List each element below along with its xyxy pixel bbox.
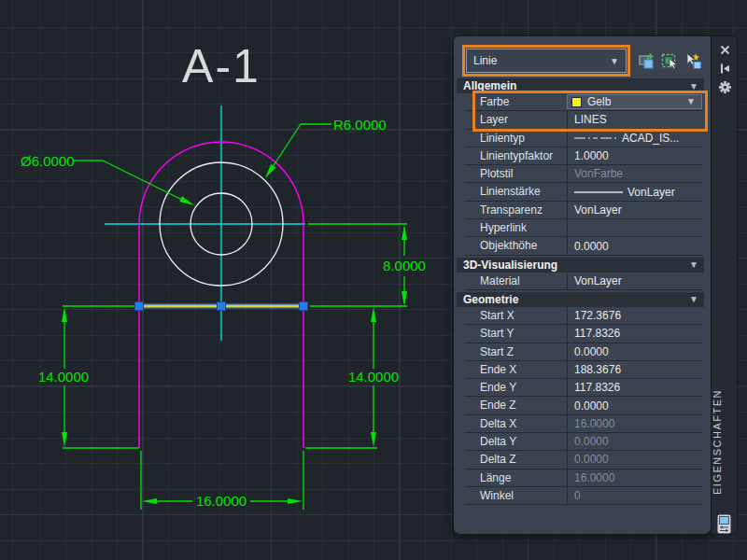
close-button[interactable] (712, 40, 738, 59)
chevron-down-icon[interactable]: ▼ (689, 259, 698, 270)
quick-select-button[interactable] (684, 52, 702, 70)
property-row-hyperlink[interactable]: Hyperlink (465, 219, 703, 237)
property-label: Ende X (465, 361, 567, 378)
property-value-text: VonLayer (574, 273, 622, 289)
property-label: Winkel (465, 487, 567, 504)
property-label: Delta X (465, 415, 567, 432)
property-value-text: 0.0000 (574, 343, 609, 360)
toggle-pickadd-button[interactable] (638, 52, 655, 70)
properties-palette-icon[interactable] (717, 514, 731, 538)
property-value-text: 0 (574, 487, 581, 504)
select-objects-icon (661, 52, 679, 70)
object-type-dropdown[interactable]: Linie ▼ (466, 49, 627, 73)
property-row-ende-x[interactable]: Ende X188.3676 (465, 361, 703, 379)
property-row-linientypfaktor[interactable]: Linientypfaktor1.0000 (465, 147, 703, 165)
property-value[interactable] (567, 219, 703, 236)
property-value[interactable]: 0 (567, 487, 703, 504)
grip-mid[interactable] (218, 302, 226, 311)
property-row-ende-y[interactable]: Ende Y117.8326 (465, 379, 703, 397)
property-value[interactable]: 0.0000 (567, 451, 703, 468)
property-label: Linienstärke (465, 183, 567, 200)
property-row-material[interactable]: MaterialVonLayer (465, 273, 703, 290)
property-row-delta-y[interactable]: Delta Y0.0000 (465, 433, 703, 451)
property-value[interactable]: Gelb▼ (567, 94, 702, 109)
color-swatch-yellow (571, 97, 582, 107)
property-row-transparenz[interactable]: TransparenzVonLayer (465, 202, 703, 219)
property-label: Objekthöhe (465, 237, 567, 254)
property-value[interactable]: 117.8326 (567, 379, 703, 396)
grip-end[interactable] (300, 302, 308, 311)
property-value[interactable]: VonFarbe (567, 165, 703, 182)
property-value-text: 0.0000 (574, 238, 609, 255)
property-value-text: VonFarbe (574, 165, 623, 182)
property-row-plotstil[interactable]: PlotstilVonFarbe (465, 165, 703, 183)
property-value[interactable]: 117.8326 (567, 325, 703, 342)
property-row-winkel[interactable]: Winkel0 (465, 487, 703, 505)
property-value[interactable]: 0.0000 (567, 397, 703, 413)
quick-select-icon (684, 52, 702, 70)
autocad-drawing-area[interactable]: A-1 (0, 0, 747, 560)
property-row-linienst-rke[interactable]: LinienstärkeVonLayer (465, 183, 703, 201)
property-label: Ende Y (465, 379, 567, 396)
dim-width-label[interactable]: 16.0000 (196, 493, 247, 509)
property-label: Hyperlink (465, 219, 567, 236)
property-row-layer[interactable]: LayerLINES (465, 111, 703, 129)
property-row-start-x[interactable]: Start X172.3676 (465, 307, 703, 325)
property-value[interactable]: 188.3676 (567, 361, 703, 378)
property-row-start-z[interactable]: Start Z0.0000 (465, 343, 703, 361)
dim-height-label[interactable]: 8.0000 (383, 258, 426, 273)
property-value-text: 188.3676 (574, 361, 621, 378)
chevron-down-icon[interactable]: ▼ (689, 294, 698, 304)
property-value-text: 0.0000 (574, 398, 609, 414)
property-value[interactable]: VonLayer (567, 183, 703, 200)
dimensions[interactable] (62, 124, 407, 510)
property-value[interactable]: ACAD_IS... (567, 130, 703, 147)
property-value-text: VonLayer (627, 184, 675, 201)
property-value[interactable]: LINES (567, 111, 703, 128)
linetype-preview-icon (574, 135, 617, 141)
auto-hide-button[interactable] (712, 59, 738, 77)
palette-settings-button[interactable] (712, 77, 738, 96)
dim-right-label[interactable]: 14.0000 (348, 369, 399, 385)
grip-start[interactable] (135, 302, 144, 311)
dim-diameter-label[interactable]: Ø6.0000 (21, 153, 75, 169)
property-row-delta-z[interactable]: Delta Z0.0000 (465, 451, 703, 469)
property-value[interactable]: VonLayer (567, 202, 703, 218)
dim-radius-label[interactable]: R6.0000 (333, 117, 387, 133)
dim-left-label[interactable]: 14.0000 (38, 369, 89, 385)
section-header-allgemein[interactable]: Allgemein▼ (457, 78, 704, 93)
property-value-text: 0.0000 (574, 433, 609, 450)
property-value-text: 16.0000 (574, 469, 614, 486)
property-value[interactable]: 0.0000 (567, 237, 703, 254)
chevron-down-icon[interactable]: ▼ (686, 94, 696, 109)
property-value-text: 1.0000 (574, 147, 609, 164)
drawing-title-text[interactable]: A-1 (182, 40, 261, 92)
section-title: Geometrie (463, 292, 518, 307)
property-value[interactable]: 16.0000 (567, 415, 703, 432)
section-header-3d-visualisierung[interactable]: 3D-Visualisierung▼ (457, 258, 704, 273)
property-value[interactable]: 0.0000 (567, 343, 703, 360)
property-label: Delta Y (465, 433, 567, 450)
property-row-farbe[interactable]: FarbeGelb▼ (465, 93, 703, 111)
property-row-objekth-he[interactable]: Objekthöhe0.0000 (465, 237, 703, 255)
selector-highlight-box: Linie ▼ (462, 45, 630, 77)
property-label: Linientyp (465, 130, 567, 147)
property-value[interactable]: 0.0000 (567, 433, 703, 450)
section-title: 3D-Visualisierung (463, 258, 557, 273)
property-row-linientyp[interactable]: LinientypACAD_IS... (465, 130, 703, 147)
select-objects-button[interactable] (661, 52, 679, 70)
property-row-start-y[interactable]: Start Y117.8326 (465, 325, 703, 343)
property-grid: Allgemein▼FarbeGelb▼LayerLINESLinientypA… (454, 78, 712, 505)
property-row-delta-x[interactable]: Delta X16.0000 (465, 415, 703, 433)
section-header-geometrie[interactable]: Geometrie▼ (457, 292, 704, 307)
property-label: Plotstil (465, 165, 567, 182)
chevron-down-icon[interactable]: ▼ (689, 81, 698, 91)
property-row-ende-z[interactable]: Ende Z0.0000 (465, 397, 703, 414)
property-value[interactable]: 1.0000 (567, 147, 703, 164)
section-title: Allgemein (463, 78, 516, 93)
property-value[interactable]: 16.0000 (567, 469, 703, 486)
property-value[interactable]: 172.3676 (567, 307, 703, 324)
property-value[interactable]: VonLayer (567, 273, 703, 289)
property-value-text: LINES (574, 111, 607, 128)
property-row-l-nge[interactable]: Länge16.0000 (465, 469, 703, 487)
